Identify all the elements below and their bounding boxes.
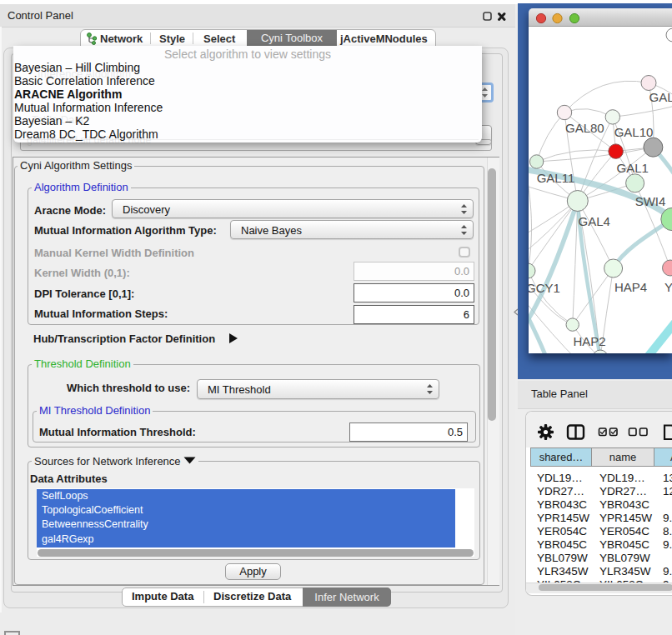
svg-text:Y: Y — [664, 280, 672, 294]
svg-text:SWI4: SWI4 — [635, 194, 666, 208]
svg-text:GAL1: GAL1 — [617, 161, 649, 175]
svg-text:GAL: GAL — [649, 90, 672, 104]
svg-text:GAL11: GAL11 — [537, 171, 575, 185]
svg-text:HAP4: HAP4 — [614, 280, 647, 294]
svg-text:HAP2: HAP2 — [573, 334, 605, 348]
svg-text:GAL80: GAL80 — [565, 121, 604, 135]
svg-text:GCY1: GCY1 — [529, 281, 560, 295]
svg-text:GAL4: GAL4 — [579, 214, 610, 228]
svg-text:GAL10: GAL10 — [614, 125, 654, 139]
